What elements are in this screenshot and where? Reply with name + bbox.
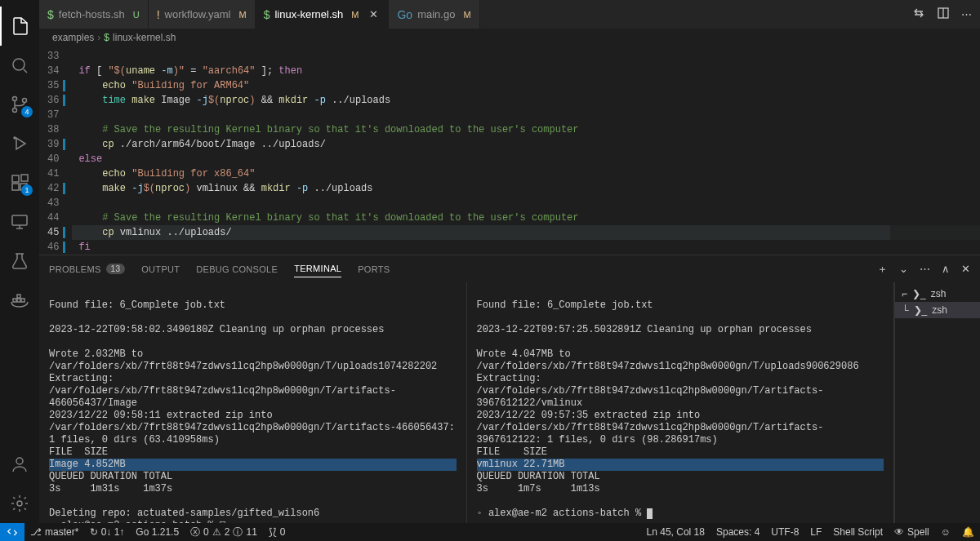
tab-git-status: M — [239, 10, 247, 20]
bell-icon: 🔔 — [962, 526, 974, 538]
highlighted-line: vmlinux 22.71MB — [477, 459, 884, 471]
terminal-dropdown-icon[interactable]: ⌄ — [899, 263, 908, 275]
activity-docker[interactable] — [0, 281, 39, 320]
eye-icon: 👁 — [894, 526, 904, 538]
activity-remote[interactable] — [0, 202, 39, 242]
panel-tab-output[interactable]: OUTPUT — [141, 261, 180, 277]
tab-filename: fetch-hosts.sh — [59, 8, 125, 20]
svg-rect-5 — [12, 175, 19, 182]
highlighted-line: Image 4.852MB — [49, 459, 457, 471]
antenna-icon: ⟆⟅ — [269, 526, 277, 538]
split-editor-icon[interactable] — [937, 7, 950, 22]
status-bar: ⎇ master* ↻ 0↓ 1↑ Go 1.21.5 ⓧ0 ⚠2 ⓘ11 ⟆⟅… — [0, 523, 980, 541]
tab-filename: workflow.yaml — [165, 8, 231, 20]
panel-tab-debug-console[interactable]: DEBUG CONSOLE — [196, 261, 278, 277]
svg-rect-13 — [17, 295, 20, 298]
status-notifications[interactable]: 🔔 — [956, 523, 980, 541]
panel-tab-ports[interactable]: PORTS — [358, 261, 390, 277]
activity-extensions[interactable]: 1 — [0, 163, 39, 202]
panel-tab-terminal[interactable]: TERMINAL — [294, 260, 341, 277]
tab-git-status: U — [133, 10, 140, 20]
status-cursor-position[interactable]: Ln 45, Col 18 — [641, 523, 710, 541]
compare-changes-icon[interactable] — [912, 7, 925, 22]
activity-testing[interactable] — [0, 242, 39, 281]
problems-badge: 13 — [106, 264, 126, 274]
editor-tab[interactable]: $linux-kernel.shM✕ — [256, 0, 390, 29]
cursor-icon — [647, 508, 653, 519]
branch-icon: ⎇ — [30, 526, 42, 538]
terminal-list: ⌐ ❯_ zsh └ ❯_ zsh — [894, 282, 980, 523]
status-remote[interactable] — [0, 523, 24, 541]
svg-point-3 — [23, 99, 27, 103]
file-type-icon: ! — [157, 8, 160, 21]
status-encoding[interactable]: UTF-8 — [765, 523, 804, 541]
activity-settings[interactable] — [0, 484, 39, 523]
svg-point-15 — [17, 501, 22, 506]
terminal-pane-right[interactable]: Found file: 6_Complete job.txt 2023-12-2… — [467, 282, 895, 523]
editor-tab[interactable]: Gomain.goM — [389, 0, 479, 29]
tab-git-status: M — [351, 10, 359, 20]
more-actions-icon[interactable]: ⋯ — [961, 8, 972, 20]
breadcrumb[interactable]: examples › $ linux-kernel.sh — [39, 29, 980, 47]
svg-point-2 — [13, 109, 17, 113]
tab-git-status: M — [463, 10, 470, 20]
activity-search[interactable] — [0, 46, 39, 85]
split-indicator-icon: └ — [902, 304, 909, 316]
svg-rect-11 — [17, 299, 20, 302]
status-sync[interactable]: ↻ 0↓ 1↑ — [84, 523, 130, 541]
file-icon: $ — [104, 32, 109, 43]
terminal-list-item[interactable]: ⌐ ❯_ zsh — [895, 286, 980, 302]
file-type-icon: $ — [264, 8, 270, 21]
split-indicator-icon: ⌐ — [902, 288, 907, 299]
editor-tab[interactable]: $fetch-hosts.shU — [39, 0, 149, 29]
activity-explorer[interactable] — [0, 7, 39, 46]
editor-gutter: 333435363738394041424344454647 — [39, 47, 72, 255]
svg-rect-8 — [21, 175, 28, 181]
feedback-icon: ☺ — [941, 526, 951, 538]
activity-source-control[interactable]: 4 — [0, 85, 39, 124]
svg-rect-6 — [12, 184, 19, 190]
terminal-icon: ❯_ — [914, 304, 928, 316]
svg-rect-12 — [21, 299, 24, 302]
status-diagnostics[interactable]: ⓧ0 ⚠2 ⓘ11 — [185, 523, 263, 541]
warning-icon: ⚠ — [212, 526, 221, 538]
minimap[interactable] — [890, 47, 980, 255]
status-indentation[interactable]: Spaces: 4 — [710, 523, 765, 541]
terminal-icon: ❯_ — [912, 288, 926, 299]
status-ports[interactable]: ⟆⟅0 — [263, 523, 292, 541]
status-eol[interactable]: LF — [804, 523, 827, 541]
breadcrumb-segment[interactable]: examples — [52, 32, 94, 43]
svg-point-1 — [13, 97, 17, 101]
editor[interactable]: 333435363738394041424344454647 if [ "$(u… — [39, 47, 980, 255]
file-type-icon: $ — [47, 8, 54, 21]
svg-point-14 — [16, 458, 23, 464]
new-terminal-icon[interactable]: ＋ — [877, 262, 888, 277]
tab-filename: main.go — [417, 8, 455, 20]
activity-account[interactable] — [0, 445, 39, 484]
svg-point-4 — [14, 137, 16, 139]
svg-rect-9 — [12, 215, 27, 225]
activity-debug[interactable] — [0, 124, 39, 163]
svg-point-0 — [13, 59, 24, 70]
editor-tab[interactable]: !workflow.yamlM — [149, 0, 256, 29]
terminal-pane-left[interactable]: Found file: 6_Complete job.txt 2023-12-2… — [39, 282, 467, 523]
scm-badge: 4 — [21, 106, 33, 118]
status-feedback[interactable]: ☺ — [935, 523, 956, 541]
info-icon: ⓘ — [233, 525, 243, 539]
panel-maximize-icon[interactable]: ∧ — [942, 263, 950, 275]
close-icon[interactable]: ✕ — [367, 8, 380, 21]
status-spell[interactable]: 👁 Spell — [889, 523, 935, 541]
bottom-panel: PROBLEMS 13 OUTPUT DEBUG CONSOLE TERMINA… — [39, 255, 980, 523]
status-go-version[interactable]: Go 1.21.5 — [130, 523, 185, 541]
editor-code[interactable]: if [ "$(uname -m)" = "aarch64" ]; then e… — [72, 47, 980, 255]
panel-tab-problems[interactable]: PROBLEMS 13 — [49, 260, 125, 277]
breadcrumb-segment[interactable]: linux-kernel.sh — [113, 32, 176, 43]
panel-close-icon[interactable]: ✕ — [961, 263, 970, 275]
panel-more-icon[interactable]: ⋯ — [920, 263, 930, 275]
svg-rect-10 — [13, 299, 16, 302]
status-branch[interactable]: ⎇ master* — [24, 523, 84, 541]
status-language[interactable]: Shell Script — [827, 523, 889, 541]
error-icon: ⓧ — [190, 525, 200, 539]
tabs-bar: $fetch-hosts.shU!workflow.yamlM$linux-ke… — [39, 0, 980, 29]
terminal-list-item[interactable]: └ ❯_ zsh — [895, 302, 980, 318]
